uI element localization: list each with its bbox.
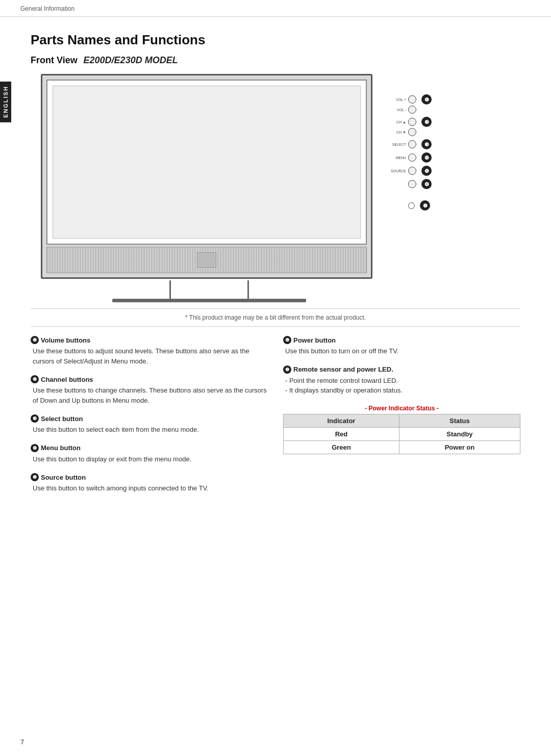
section-title: Front View xyxy=(31,55,78,65)
menu-button[interactable] xyxy=(408,153,416,162)
page-number: 7 xyxy=(20,738,24,746)
ch-down-label: CH ▼ xyxy=(387,131,406,134)
desc-item-3: ❸ Select button Use this button to selec… xyxy=(31,414,268,435)
desc-text-2: Use these buttons to change channels. Th… xyxy=(31,385,268,405)
source-button[interactable] xyxy=(408,167,416,175)
desc-text-5: Use this button to switch among inputs c… xyxy=(31,483,268,493)
desc-title-1: Volume buttons xyxy=(41,336,90,344)
desc-title-3: Select button xyxy=(41,415,83,423)
power-table: Indicator Status Red Standby Green Power… xyxy=(283,414,520,454)
select-button[interactable] xyxy=(408,140,416,148)
status-poweron: Power on xyxy=(399,440,520,454)
table-row: Red Standby xyxy=(284,427,520,440)
desc-num-3: ❸ xyxy=(31,414,39,423)
disclaimer: * This product image may be a bit differ… xyxy=(31,308,520,327)
desc-text-1: Use these buttons to adjust sound levels… xyxy=(31,346,268,366)
vol-minus-label: VOL - xyxy=(387,108,406,112)
badge-5: ❺ xyxy=(421,166,432,176)
power-indicator-section: - Power Indicator Status - Indicator Sta… xyxy=(283,405,520,454)
badge-7: ❼ xyxy=(420,200,430,211)
badge-3: ❸ xyxy=(421,139,432,149)
desc-item-1: ❶ Volume buttons Use these buttons to ad… xyxy=(31,336,268,366)
vol-plus-label: VOL + xyxy=(387,98,406,101)
power-button[interactable] xyxy=(408,180,416,188)
vol-plus-button[interactable] xyxy=(408,95,416,103)
breadcrumb: General Information xyxy=(0,0,551,17)
power-table-title: - Power Indicator Status - xyxy=(283,405,520,412)
sensor-dot xyxy=(408,202,415,209)
source-label: SOURCE xyxy=(387,169,406,173)
desc-text-6: Use this button to turn on or off the TV… xyxy=(283,346,520,356)
table-row: Green Power on xyxy=(284,440,520,454)
page-title: Parts Names and Functions xyxy=(31,32,520,48)
desc-text-3: Use this button to select each item from… xyxy=(31,425,268,435)
desc-num-2: ❷ xyxy=(31,375,39,383)
desc-num-1: ❶ xyxy=(31,336,39,344)
desc-num-4: ❹ xyxy=(31,444,39,452)
desc-text-4: Use this button to display or exit from … xyxy=(31,454,268,464)
select-label: SELECT xyxy=(387,143,406,146)
indicator-green: Green xyxy=(284,440,399,454)
menu-label: MENU xyxy=(387,156,406,160)
desc-item-4: ❹ Menu button Use this button to display… xyxy=(31,444,268,464)
desc-num-6: ❻ xyxy=(283,336,291,344)
desc-title-2: Channel buttons xyxy=(41,376,93,383)
language-tab: ENGLISH xyxy=(0,82,11,122)
desc-num-5: ❺ xyxy=(31,473,39,481)
col-indicator: Indicator xyxy=(284,414,399,427)
desc-item-2: ❷ Channel buttons Use these buttons to c… xyxy=(31,375,268,405)
badge-2a: ❷ xyxy=(421,117,432,127)
vol-minus-button[interactable] xyxy=(408,106,416,114)
indicator-red: Red xyxy=(284,427,399,440)
status-standby: Standby xyxy=(399,427,520,440)
desc-item-5: ❺ Source button Use this button to switc… xyxy=(31,473,268,493)
desc-item-6: ❻ Power button Use this button to turn o… xyxy=(283,336,520,356)
desc-num-7: ❼ xyxy=(283,366,291,374)
ch-down-button[interactable] xyxy=(408,128,416,136)
ch-up-button[interactable] xyxy=(408,118,416,126)
badge-1a: ❶ xyxy=(421,94,432,105)
desc-title-7: Remote sensor and power LED. xyxy=(293,366,393,373)
badge-4: ❹ xyxy=(421,152,432,163)
desc-title-6: Power button xyxy=(293,336,336,344)
section-subtitle: E200D/E230D MODEL xyxy=(84,55,178,65)
col-status: Status xyxy=(399,414,520,427)
desc-text-7: - Point the remote control toward LED. -… xyxy=(283,376,520,396)
ch-up-label: CH ▲ xyxy=(387,120,406,124)
desc-title-4: Menu button xyxy=(41,444,81,452)
badge-6: ❻ xyxy=(421,179,432,189)
desc-item-7: ❼ Remote sensor and power LED. - Point t… xyxy=(283,366,520,396)
desc-title-5: Source button xyxy=(41,474,86,481)
